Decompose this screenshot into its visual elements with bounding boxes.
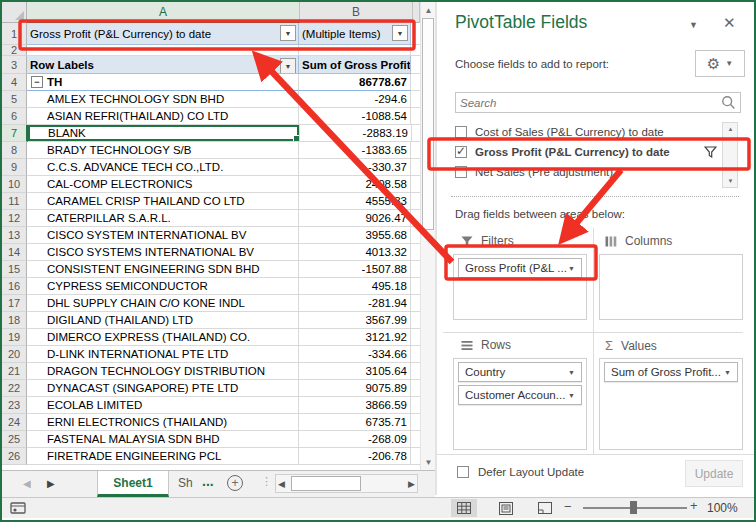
- cell-customer-name[interactable]: CYPRESS SEMICONDUCTOR: [27, 278, 299, 295]
- cell-customer-name[interactable]: CATERPILLAR S.A.R.L.: [27, 210, 299, 227]
- field-list-scrollbar[interactable]: ▲ ▼: [722, 122, 738, 188]
- cell-customer-name[interactable]: DIGILAND (THAILAND) LTD: [27, 312, 299, 329]
- cell[interactable]: [411, 227, 420, 244]
- row-header[interactable]: 24: [2, 414, 27, 431]
- cell-gross-profit-value[interactable]: 3121.92: [299, 329, 411, 346]
- cell-gross-profit-value[interactable]: -334.66: [299, 346, 411, 363]
- zoom-in-icon[interactable]: +: [690, 498, 698, 513]
- cell-customer-name[interactable]: DIMERCO EXPRESS (THAILAND) CO.: [27, 329, 299, 346]
- cell-gross-profit-value[interactable]: -2883.19: [300, 125, 412, 142]
- row-header[interactable]: 12: [2, 210, 27, 227]
- rows-field-pill[interactable]: Country▼: [458, 362, 582, 382]
- row-header-1[interactable]: 1: [2, 23, 27, 45]
- row-header[interactable]: 21: [2, 363, 27, 380]
- pane-close-icon[interactable]: ✕: [723, 14, 736, 32]
- row-labels-filter-dropdown-icon[interactable]: ▼: [280, 58, 296, 74]
- field-item[interactable]: Cost of Sales (P&L Currency) to date: [451, 122, 721, 142]
- cell[interactable]: [299, 45, 411, 56]
- vertical-scrollbar-thumb[interactable]: [422, 18, 434, 230]
- row-header-2[interactable]: 2: [2, 45, 27, 56]
- row-header-3[interactable]: 3: [2, 56, 27, 74]
- field-checkbox[interactable]: [455, 166, 467, 178]
- cell-gross-profit-value[interactable]: 9026.47: [299, 210, 411, 227]
- cell[interactable]: [411, 142, 420, 159]
- row-header[interactable]: 7: [2, 125, 28, 142]
- cell[interactable]: [411, 56, 420, 74]
- row-header[interactable]: 22: [2, 380, 27, 397]
- filter-dropdown-icon[interactable]: ▼: [280, 25, 296, 41]
- search-box[interactable]: [455, 92, 741, 113]
- cell-customer-name[interactable]: DYNACAST (SINGAPORE) PTE LTD: [27, 380, 299, 397]
- cell[interactable]: [411, 312, 420, 329]
- cell[interactable]: [411, 295, 420, 312]
- cell-gross-profit-value[interactable]: -268.09: [299, 431, 411, 448]
- cell[interactable]: [411, 193, 420, 210]
- cell-b4-group-total[interactable]: 86778.67: [299, 74, 411, 91]
- scroll-down-icon[interactable]: ▼: [422, 455, 435, 469]
- cell-b3-value-header[interactable]: Sum of Gross Profit: [299, 56, 411, 74]
- column-header-b[interactable]: B: [300, 2, 413, 23]
- cell-gross-profit-value[interactable]: -1383.65: [299, 142, 411, 159]
- add-sheet-icon[interactable]: +: [227, 475, 243, 491]
- tab-splitter-dots[interactable]: ⋮: [261, 475, 273, 488]
- cell[interactable]: [411, 278, 420, 295]
- cell[interactable]: [411, 380, 420, 397]
- row-header[interactable]: 11: [2, 193, 27, 210]
- normal-view-button[interactable]: [451, 499, 477, 517]
- cell[interactable]: [27, 45, 299, 56]
- cell-gross-profit-value[interactable]: 3866.59: [299, 397, 411, 414]
- collapse-icon[interactable]: −: [31, 76, 43, 88]
- row-header[interactable]: 6: [2, 108, 27, 125]
- cell-gross-profit-value[interactable]: -206.78: [299, 448, 411, 465]
- cell[interactable]: [411, 448, 420, 465]
- cell[interactable]: [411, 108, 420, 125]
- row-header[interactable]: 13: [2, 227, 27, 244]
- cell[interactable]: [411, 159, 420, 176]
- cell-gross-profit-value[interactable]: 4555.33: [299, 193, 411, 210]
- chevron-down-icon[interactable]: ▼: [724, 369, 731, 376]
- zoom-level[interactable]: 100%: [707, 501, 738, 515]
- column-header-c[interactable]: [413, 2, 420, 23]
- cell-a3-row-labels[interactable]: Row Labels ▼: [27, 56, 299, 74]
- pane-options-caret-icon[interactable]: ▼: [689, 20, 698, 30]
- cell-gross-profit-value[interactable]: 3955.68: [299, 227, 411, 244]
- cell[interactable]: [411, 329, 420, 346]
- scroll-up-icon[interactable]: ▲: [724, 123, 737, 135]
- row-header[interactable]: 14: [2, 244, 27, 261]
- macro-record-icon[interactable]: [10, 502, 26, 515]
- cell-customer-name[interactable]: AMLEX TECHNOLOGY SDN BHD: [27, 91, 299, 108]
- column-header-a[interactable]: A: [27, 2, 300, 23]
- filters-field-pill[interactable]: Gross Profit (P&L ...▼: [458, 258, 582, 278]
- chevron-down-icon[interactable]: ▼: [568, 265, 575, 272]
- cell-customer-name[interactable]: DHL SUPPLY CHAIN C/O KONE INDL: [27, 295, 299, 312]
- row-header[interactable]: 8: [2, 142, 27, 159]
- cell-customer-name[interactable]: DRAGON TECHNOLOGY DISTRIBUTION: [27, 363, 299, 380]
- tab-sheet2-partial[interactable]: Sh: [178, 476, 193, 490]
- cell-customer-name[interactable]: CARAMEL CRISP THAILAND CO LTD: [27, 193, 299, 210]
- scroll-right-icon[interactable]: ▶: [408, 479, 415, 489]
- select-all-corner[interactable]: [2, 2, 27, 23]
- cell-customer-name[interactable]: BLANK: [28, 125, 300, 142]
- tab-scroll-right-icon[interactable]: ▶: [47, 478, 55, 489]
- cell[interactable]: [411, 397, 420, 414]
- field-item[interactable]: Net Sales (Pre adjustment): [451, 162, 721, 182]
- page-break-preview-button[interactable]: [532, 499, 558, 517]
- row-header-4[interactable]: 4: [2, 74, 27, 91]
- tab-scroll-left-icon[interactable]: ◀: [23, 478, 31, 489]
- cell-gross-profit-value[interactable]: 3567.99: [299, 312, 411, 329]
- row-header[interactable]: 16: [2, 278, 27, 295]
- cell-gross-profit-value[interactable]: 9075.89: [299, 380, 411, 397]
- cell-gross-profit-value[interactable]: 495.18: [299, 278, 411, 295]
- tools-button[interactable]: ⚙ ▼: [695, 50, 745, 77]
- cell-gross-profit-value[interactable]: -281.94: [299, 295, 411, 312]
- page-layout-view-button[interactable]: [493, 499, 519, 517]
- tab-ellipsis[interactable]: ...: [202, 473, 214, 489]
- update-button[interactable]: Update: [685, 460, 743, 487]
- cell-gross-profit-value[interactable]: -1088.54: [299, 108, 411, 125]
- cell[interactable]: [411, 210, 420, 227]
- cell-a4-group[interactable]: − TH: [27, 74, 299, 91]
- row-header[interactable]: 15: [2, 261, 27, 278]
- horizontal-scrollbar-thumb[interactable]: [291, 476, 361, 491]
- cell-customer-name[interactable]: ECOLAB LIMITED: [27, 397, 299, 414]
- cell-customer-name[interactable]: D-LINK INTERNATIONAL PTE LTD: [27, 346, 299, 363]
